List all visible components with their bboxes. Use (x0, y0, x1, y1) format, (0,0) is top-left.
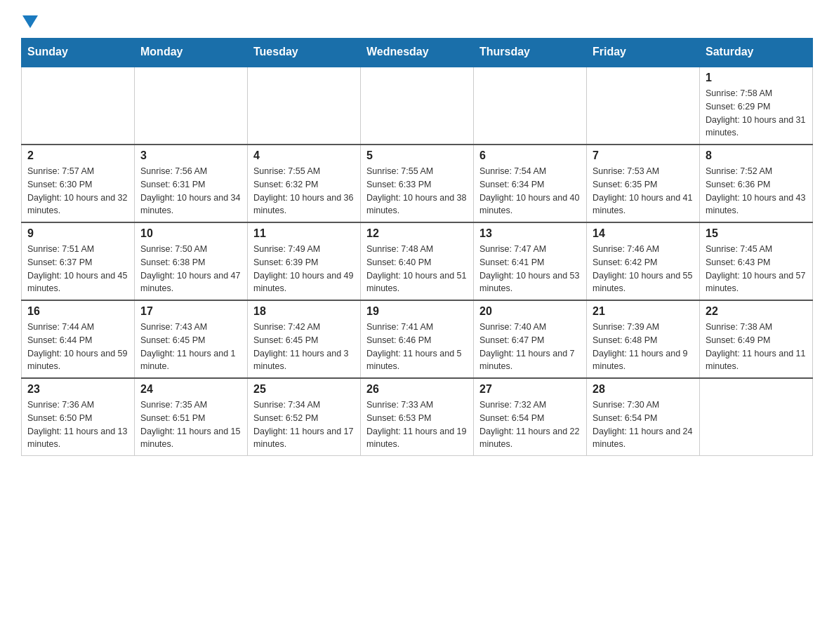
logo-triangle-icon (22, 15, 38, 31)
day-number: 27 (479, 383, 581, 396)
table-row: 25Sunrise: 7:34 AMSunset: 6:52 PMDayligh… (248, 378, 361, 456)
table-row: 22Sunrise: 7:38 AMSunset: 6:49 PMDayligh… (700, 300, 813, 378)
col-monday: Monday (135, 39, 248, 67)
day-info: Sunrise: 7:41 AMSunset: 6:46 PMDaylight:… (366, 321, 468, 373)
table-row: 27Sunrise: 7:32 AMSunset: 6:54 PMDayligh… (474, 378, 587, 456)
day-info: Sunrise: 7:47 AMSunset: 6:41 PMDaylight:… (479, 243, 581, 295)
day-info: Sunrise: 7:38 AMSunset: 6:49 PMDaylight:… (706, 321, 807, 373)
day-number: 5 (366, 149, 468, 162)
table-row: 7Sunrise: 7:53 AMSunset: 6:35 PMDaylight… (587, 145, 700, 222)
table-row (361, 67, 474, 145)
table-row: 4Sunrise: 7:55 AMSunset: 6:32 PMDaylight… (248, 145, 361, 222)
table-row (474, 67, 587, 145)
day-number: 25 (253, 383, 355, 396)
day-info: Sunrise: 7:56 AMSunset: 6:31 PMDaylight:… (140, 165, 241, 217)
col-sunday: Sunday (22, 39, 135, 67)
day-info: Sunrise: 7:50 AMSunset: 6:38 PMDaylight:… (140, 243, 241, 295)
table-row: 1Sunrise: 7:58 AMSunset: 6:29 PMDaylight… (700, 67, 813, 145)
table-row: 6Sunrise: 7:54 AMSunset: 6:34 PMDaylight… (474, 145, 587, 222)
table-row: 28Sunrise: 7:30 AMSunset: 6:54 PMDayligh… (587, 378, 700, 456)
day-info: Sunrise: 7:35 AMSunset: 6:51 PMDaylight:… (140, 398, 241, 451)
day-number: 3 (140, 149, 241, 162)
day-number: 18 (253, 305, 355, 318)
table-row: 18Sunrise: 7:42 AMSunset: 6:45 PMDayligh… (248, 300, 361, 378)
day-number: 10 (140, 227, 241, 240)
day-info: Sunrise: 7:53 AMSunset: 6:35 PMDaylight:… (593, 165, 694, 217)
table-row (587, 67, 700, 145)
table-row: 5Sunrise: 7:55 AMSunset: 6:33 PMDaylight… (361, 145, 474, 222)
table-row: 3Sunrise: 7:56 AMSunset: 6:31 PMDaylight… (135, 145, 248, 222)
day-number: 15 (706, 227, 807, 240)
day-number: 24 (140, 383, 241, 396)
day-number: 8 (706, 149, 807, 162)
col-wednesday: Wednesday (361, 39, 474, 67)
table-row: 9Sunrise: 7:51 AMSunset: 6:37 PMDaylight… (22, 222, 135, 300)
day-info: Sunrise: 7:43 AMSunset: 6:45 PMDaylight:… (140, 321, 241, 373)
table-row: 14Sunrise: 7:46 AMSunset: 6:42 PMDayligh… (587, 222, 700, 300)
table-row: 13Sunrise: 7:47 AMSunset: 6:41 PMDayligh… (474, 222, 587, 300)
day-number: 20 (479, 305, 581, 318)
table-row: 15Sunrise: 7:45 AMSunset: 6:43 PMDayligh… (700, 222, 813, 300)
table-row: 20Sunrise: 7:40 AMSunset: 6:47 PMDayligh… (474, 300, 587, 378)
table-row: 21Sunrise: 7:39 AMSunset: 6:48 PMDayligh… (587, 300, 700, 378)
day-info: Sunrise: 7:51 AMSunset: 6:37 PMDaylight:… (27, 243, 128, 295)
day-number: 7 (593, 149, 694, 162)
table-row: 8Sunrise: 7:52 AMSunset: 6:36 PMDaylight… (700, 145, 813, 222)
day-info: Sunrise: 7:55 AMSunset: 6:33 PMDaylight:… (366, 165, 468, 217)
day-number: 4 (253, 149, 355, 162)
col-friday: Friday (587, 39, 700, 67)
day-number: 2 (27, 149, 128, 162)
day-info: Sunrise: 7:58 AMSunset: 6:29 PMDaylight:… (706, 87, 807, 140)
day-info: Sunrise: 7:52 AMSunset: 6:36 PMDaylight:… (706, 165, 807, 217)
logo (21, 14, 38, 31)
day-number: 6 (479, 149, 581, 162)
day-number: 1 (706, 72, 807, 84)
table-row: 16Sunrise: 7:44 AMSunset: 6:44 PMDayligh… (22, 300, 135, 378)
table-row (135, 67, 248, 145)
page-header (21, 14, 813, 31)
table-row: 17Sunrise: 7:43 AMSunset: 6:45 PMDayligh… (135, 300, 248, 378)
day-info: Sunrise: 7:39 AMSunset: 6:48 PMDaylight:… (593, 321, 694, 373)
svg-marker-0 (22, 15, 38, 28)
table-row (248, 67, 361, 145)
day-info: Sunrise: 7:30 AMSunset: 6:54 PMDaylight:… (593, 398, 694, 451)
day-info: Sunrise: 7:40 AMSunset: 6:47 PMDaylight:… (479, 321, 581, 373)
day-info: Sunrise: 7:36 AMSunset: 6:50 PMDaylight:… (27, 398, 128, 451)
col-tuesday: Tuesday (248, 39, 361, 67)
day-number: 14 (593, 227, 694, 240)
col-saturday: Saturday (700, 39, 813, 67)
day-number: 12 (366, 227, 468, 240)
calendar-week-4: 16Sunrise: 7:44 AMSunset: 6:44 PMDayligh… (22, 300, 813, 378)
table-row: 11Sunrise: 7:49 AMSunset: 6:39 PMDayligh… (248, 222, 361, 300)
calendar-week-2: 2Sunrise: 7:57 AMSunset: 6:30 PMDaylight… (22, 145, 813, 222)
table-row: 2Sunrise: 7:57 AMSunset: 6:30 PMDaylight… (22, 145, 135, 222)
calendar-week-3: 9Sunrise: 7:51 AMSunset: 6:37 PMDaylight… (22, 222, 813, 300)
day-info: Sunrise: 7:55 AMSunset: 6:32 PMDaylight:… (253, 165, 355, 217)
table-row: 26Sunrise: 7:33 AMSunset: 6:53 PMDayligh… (361, 378, 474, 456)
table-row: 23Sunrise: 7:36 AMSunset: 6:50 PMDayligh… (22, 378, 135, 456)
table-row: 19Sunrise: 7:41 AMSunset: 6:46 PMDayligh… (361, 300, 474, 378)
day-number: 28 (593, 383, 694, 396)
day-number: 11 (253, 227, 355, 240)
day-number: 26 (366, 383, 468, 396)
day-info: Sunrise: 7:46 AMSunset: 6:42 PMDaylight:… (593, 243, 694, 295)
calendar-header-row: Sunday Monday Tuesday Wednesday Thursday… (22, 39, 813, 67)
day-info: Sunrise: 7:34 AMSunset: 6:52 PMDaylight:… (253, 398, 355, 451)
day-info: Sunrise: 7:32 AMSunset: 6:54 PMDaylight:… (479, 398, 581, 451)
calendar-week-1: 1Sunrise: 7:58 AMSunset: 6:29 PMDaylight… (22, 67, 813, 145)
table-row: 24Sunrise: 7:35 AMSunset: 6:51 PMDayligh… (135, 378, 248, 456)
day-number: 13 (479, 227, 581, 240)
day-number: 19 (366, 305, 468, 318)
day-info: Sunrise: 7:49 AMSunset: 6:39 PMDaylight:… (253, 243, 355, 295)
day-info: Sunrise: 7:33 AMSunset: 6:53 PMDaylight:… (366, 398, 468, 451)
day-number: 21 (593, 305, 694, 318)
day-info: Sunrise: 7:48 AMSunset: 6:40 PMDaylight:… (366, 243, 468, 295)
day-info: Sunrise: 7:42 AMSunset: 6:45 PMDaylight:… (253, 321, 355, 373)
table-row (700, 378, 813, 456)
table-row (22, 67, 135, 145)
day-number: 23 (27, 383, 128, 396)
table-row: 12Sunrise: 7:48 AMSunset: 6:40 PMDayligh… (361, 222, 474, 300)
day-number: 9 (27, 227, 128, 240)
col-thursday: Thursday (474, 39, 587, 67)
day-number: 16 (27, 305, 128, 318)
